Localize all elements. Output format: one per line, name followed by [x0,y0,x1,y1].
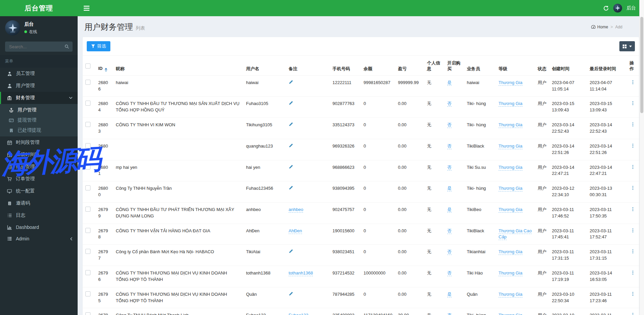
sidebar-item-10[interactable]: Dashboard [0,221,78,233]
cell-nickname: CÔNG TY TNHH ĐẦU TƯ THƯƠNG MẠI SẢN XUẤT … [113,97,243,118]
row-checkbox[interactable] [85,249,90,254]
cell-remark [286,287,330,308]
purchase-toggle-link[interactable]: 否 [447,228,452,234]
level-link[interactable]: Thương Gia [499,122,522,128]
content-header: 用户财务管理列表 Home > Add [78,16,644,37]
purchase-toggle-link[interactable]: 是 [447,207,452,213]
sort-icon[interactable] [105,68,107,72]
level-link[interactable]: Thương Gia [499,292,522,297]
purchase-toggle-link[interactable]: 是 [447,186,452,191]
sidebar-item-3[interactable]: 时间段管理 [0,136,78,149]
purchase-toggle-link[interactable]: 否 [447,249,452,255]
column-remark: 备注 [286,56,330,76]
purchase-toggle-link[interactable]: 否 [447,270,452,276]
row-actions-icon[interactable] [630,312,635,315]
select-all-checkbox[interactable] [85,63,90,69]
row-checkbox[interactable] [85,185,90,190]
purchase-toggle-link[interactable]: 否 [447,101,452,107]
cell-balance: 117130484160 [361,308,395,315]
cell-username: Fuhao3105 [243,97,286,118]
row-actions-icon[interactable] [630,101,635,106]
row-checkbox[interactable] [85,270,90,275]
row-actions-icon[interactable] [630,249,635,254]
sidebar-item-1[interactable]: 用户管理 [0,80,78,92]
edit-remark-pencil-icon[interactable] [289,122,293,127]
level-link[interactable]: Thương Gia [499,101,522,107]
level-link[interactable]: Thương Gia Cao Cấp [499,228,532,240]
row-actions-icon[interactable] [630,207,635,212]
scrollbar-thumb[interactable] [640,17,643,113]
sidebar-item-2[interactable]: 财务管理 [0,92,78,104]
level-link[interactable]: Thương Gia [499,313,522,315]
refresh-icon[interactable] [603,5,609,11]
sidebar-item-7[interactable]: 统一配置 [0,185,78,197]
row-checkbox[interactable] [85,164,90,169]
edit-remark-pencil-icon[interactable] [289,291,293,296]
level-link[interactable]: Thương Gia [499,143,522,149]
sidebar-item-8[interactable]: 邀请码 [0,197,78,209]
sidebar-item-0[interactable]: 员工管理 [0,68,78,80]
sidebar-subitem-0[interactable]: 用户管理 [0,105,78,115]
cell-balance: 99981650287 [361,75,395,97]
level-link[interactable]: Thương Gia [499,165,522,170]
purchase-toggle-link[interactable]: 否 [447,122,452,128]
columns-toggle-button[interactable] [619,41,635,51]
hamburger-menu-icon[interactable] [78,6,96,11]
remark-link[interactable]: Fuhao123 [289,313,308,315]
row-actions-icon[interactable] [630,291,635,296]
cell-phone: 968866623 [330,160,361,181]
row-actions-icon[interactable] [630,143,635,148]
edit-remark-pencil-icon[interactable] [289,80,293,84]
user-avatar[interactable] [613,4,622,12]
level-link[interactable]: Thương Gia [499,186,522,191]
purchase-toggle-link[interactable]: 否 [447,165,452,170]
level-link[interactable]: Thương Gia [499,80,522,86]
purchase-toggle-link[interactable]: 否 [447,143,452,149]
column-id[interactable]: ID [96,56,113,76]
row-checkbox[interactable] [85,143,90,148]
user-menu-label[interactable]: 后台 [626,5,636,11]
cell-created: 2023-03-10 22:50:34 [549,287,587,308]
sidebar-item-5[interactable]: 商品管理 [0,161,78,173]
row-checkbox[interactable] [85,312,90,315]
row-checkbox[interactable] [85,228,90,233]
row-checkbox[interactable] [85,101,90,106]
row-checkbox[interactable] [85,122,90,127]
edit-remark-pencil-icon[interactable] [289,249,293,254]
row-actions-icon[interactable] [630,185,635,190]
sidebar-item-9[interactable]: 日志 [0,209,78,221]
breadcrumb-home[interactable]: Home [591,25,608,29]
row-actions-icon[interactable] [630,164,635,169]
level-link[interactable]: Thương Gia [499,207,522,213]
cell-id: 26794 [96,308,113,315]
remark-link[interactable]: AhĐen [289,228,302,234]
edit-remark-pencil-icon[interactable] [289,164,293,169]
sidebar-item-11[interactable]: Admin [0,233,78,244]
search-icon[interactable] [61,44,73,49]
row-checkbox[interactable] [85,291,90,296]
edit-remark-pencil-icon[interactable] [289,143,293,148]
purchase-toggle-link[interactable]: 是 [447,80,452,86]
level-link[interactable]: Thương Gia [499,249,522,255]
row-actions-icon[interactable] [630,228,635,233]
row-checkbox[interactable] [85,207,90,212]
row-actions-icon[interactable] [630,122,635,127]
sidebar-subitem-1[interactable]: 提现管理 [0,115,78,125]
purchase-toggle-link[interactable]: 是 [447,292,452,297]
sidebar-subitem-2[interactable]: 已处理提现 [0,125,78,135]
row-checkbox[interactable] [85,80,90,85]
edit-remark-pencil-icon[interactable] [289,185,293,190]
row-actions-icon[interactable] [630,270,635,275]
purchase-toggle-link[interactable]: 否 [447,313,452,315]
row-actions-icon[interactable] [630,80,635,85]
filter-button[interactable]: 筛选 [87,41,110,51]
edit-remark-pencil-icon[interactable] [289,101,293,105]
search-input[interactable] [5,44,61,49]
remark-link[interactable]: anhbeo [289,207,303,213]
sidebar-item-4[interactable]: 二级时间段 [0,149,78,161]
remark-link[interactable]: tothanh1368 [289,270,313,276]
sidebar-item-6[interactable]: 订单管理 [0,173,78,185]
level-link[interactable]: Thương Gia [499,270,522,276]
cell-salesman: TikiBlack [464,224,496,245]
cell-personal_info: 无 [424,308,445,315]
